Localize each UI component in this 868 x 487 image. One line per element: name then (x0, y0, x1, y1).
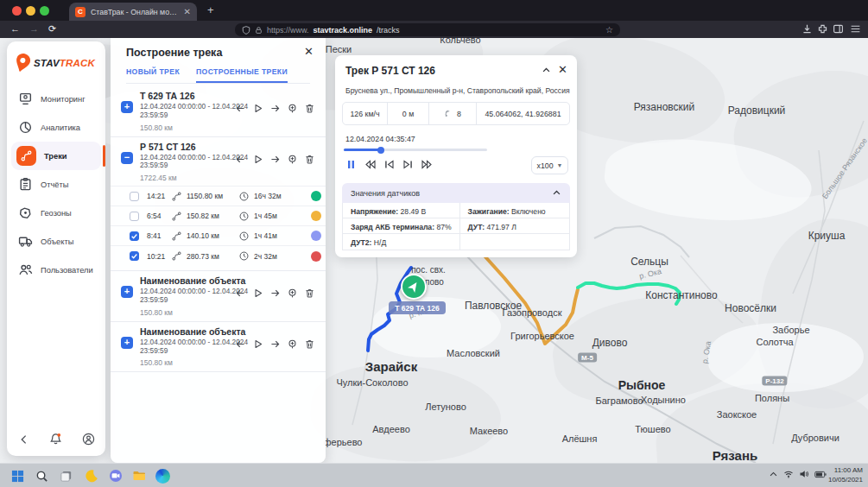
download-icon[interactable] (801, 23, 813, 35)
window-minimize-button[interactable] (26, 6, 35, 16)
browser-tab[interactable]: С СтавТрак - Онлайн мониторин ✕ (69, 3, 197, 21)
window-close-button[interactable] (12, 6, 22, 16)
delete-track-icon[interactable] (304, 154, 315, 165)
search-icon[interactable] (33, 467, 50, 484)
taskbar-clock[interactable]: 11:00 AM 10/05/2021 (828, 466, 863, 484)
tab-new-track[interactable]: НОВЫЙ ТРЕК (126, 67, 180, 83)
bookmark-star-icon[interactable]: ☆ (605, 25, 613, 35)
expand-toggle-icon[interactable]: − (121, 152, 133, 164)
locate-on-map-icon[interactable] (287, 154, 298, 165)
sidebar-item-objects[interactable]: Объекты (7, 227, 105, 256)
slider-knob[interactable] (377, 147, 384, 154)
step-back-icon[interactable] (235, 288, 246, 299)
track-segment-row[interactable]: 14:211150.80 км16ч 32м (111, 187, 326, 206)
sidebar-item-reports[interactable]: Отчёты (7, 170, 105, 199)
vehicle-marker[interactable] (401, 274, 427, 300)
vehicle-label-badge[interactable]: Т 629 ТА 126 (389, 301, 446, 314)
locate-on-map-icon[interactable] (287, 288, 298, 299)
sidebar-panel-icon[interactable] (833, 23, 844, 35)
track-segment-row[interactable]: 8:41140.10 км1ч 41м (111, 226, 326, 246)
sidebar-item-analytics[interactable]: Аналитика (7, 113, 105, 142)
window-zoom-button[interactable] (40, 6, 49, 16)
file-explorer-icon[interactable] (130, 467, 148, 484)
collapse-sidebar-icon[interactable] (17, 433, 29, 446)
moon-app-icon[interactable] (83, 467, 100, 484)
battery-icon[interactable] (814, 470, 827, 479)
new-tab-button[interactable]: + (207, 3, 214, 16)
app-logo[interactable]: STAVTRACK (14, 53, 95, 73)
segment-checkbox[interactable] (130, 231, 139, 241)
playback-slider[interactable] (344, 149, 487, 151)
track-segment-row[interactable]: 10:21280.73 км2ч 32м (111, 246, 326, 266)
step-back-icon[interactable] (235, 103, 246, 114)
map-label: Сельцы (630, 256, 668, 268)
step-back-button[interactable] (383, 159, 395, 170)
extensions-icon[interactable] (817, 23, 828, 35)
panel-close-icon[interactable]: ✕ (304, 45, 314, 58)
expand-toggle-icon[interactable]: + (121, 101, 133, 113)
expand-toggle-icon[interactable]: + (121, 337, 133, 349)
track-segment-row[interactable]: 6:54150.82 км1ч 45м (111, 206, 326, 226)
sensors-chevron-up-icon[interactable] (552, 188, 561, 198)
sidebar-item-tracks[interactable]: Треки (11, 142, 101, 170)
notifications-bell-icon[interactable] (49, 433, 62, 446)
task-view-icon[interactable] (57, 467, 74, 484)
forward-button[interactable]: → (29, 23, 39, 34)
track-list-item[interactable]: −Р 571 СТ 12612.04.2024 00:00:00 - 12.04… (111, 137, 326, 272)
play-icon[interactable] (252, 338, 263, 350)
step-forward-icon[interactable] (269, 288, 281, 299)
fast-rewind-button[interactable] (364, 159, 376, 170)
expand-toggle-icon[interactable]: + (121, 286, 133, 298)
sensor-cell: ДУТ: 471.97 Л (460, 218, 569, 234)
sidebar-item-geozones[interactable]: Геозоны (7, 199, 105, 227)
pause-button[interactable] (345, 159, 357, 170)
url-bar[interactable]: https://www.stavtrack.online/tracks ☆ (235, 23, 620, 36)
sensors-section-header[interactable]: Значения датчиков (342, 183, 570, 203)
reload-button[interactable]: ⟳ (48, 23, 56, 35)
satellite-icon (444, 109, 453, 118)
segment-checkbox[interactable] (130, 251, 139, 261)
locate-on-map-icon[interactable] (287, 338, 298, 350)
back-button[interactable]: ← (10, 23, 20, 34)
account-icon[interactable] (82, 433, 95, 446)
play-icon[interactable] (252, 103, 263, 114)
tray-chevron-icon[interactable] (769, 470, 778, 479)
play-icon[interactable] (252, 288, 263, 299)
play-icon[interactable] (252, 154, 263, 165)
wifi-icon[interactable] (783, 469, 794, 479)
chat-app-icon[interactable] (107, 467, 124, 484)
collapse-chevron-icon[interactable] (542, 66, 551, 75)
volume-icon[interactable] (799, 469, 809, 479)
delete-track-icon[interactable] (304, 338, 315, 350)
segment-checkbox[interactable] (130, 212, 139, 221)
step-back-icon[interactable] (235, 154, 246, 165)
tab-close-icon[interactable]: ✕ (184, 8, 191, 16)
step-forward-icon[interactable] (269, 338, 281, 350)
delete-track-icon[interactable] (304, 288, 315, 299)
details-close-icon[interactable]: ✕ (558, 63, 567, 76)
lock-icon[interactable] (255, 26, 263, 35)
tab-built-tracks[interactable]: ПОСТРОЕННЫЕ ТРЕКИ (196, 67, 288, 83)
track-list-item[interactable]: +Наименование объекта12.04.2024 00:00:00… (111, 322, 326, 373)
step-forward-icon[interactable] (269, 103, 281, 114)
caret-down-icon: ▼ (557, 162, 563, 168)
shield-icon[interactable] (242, 26, 250, 35)
sidebar-item-monitoring[interactable]: Мониторинг (7, 85, 105, 113)
url-path: /tracks (377, 26, 400, 35)
start-button[interactable] (9, 467, 26, 484)
menu-icon[interactable] (850, 23, 861, 35)
delete-track-icon[interactable] (304, 103, 315, 114)
step-forward-button[interactable] (402, 159, 414, 170)
segment-checkbox[interactable] (130, 192, 139, 201)
sidebar-item-users[interactable]: Пользователи (7, 256, 105, 284)
fast-forward-button[interactable] (421, 159, 433, 170)
playback-speed-select[interactable]: x100▼ (531, 156, 568, 174)
step-forward-icon[interactable] (269, 154, 281, 165)
locate-on-map-icon[interactable] (287, 103, 298, 114)
track-list-item[interactable]: +Наименование объекта12.04.2024 00:00:00… (111, 271, 326, 322)
step-back-icon[interactable] (235, 338, 246, 350)
map-label: Алёшня (562, 433, 598, 444)
edge-browser-icon[interactable] (154, 467, 171, 484)
track-list-item[interactable]: +Т 629 ТА 12612.04.2024 00:00:00 - 12.04… (111, 86, 326, 137)
route-icon (171, 191, 182, 202)
